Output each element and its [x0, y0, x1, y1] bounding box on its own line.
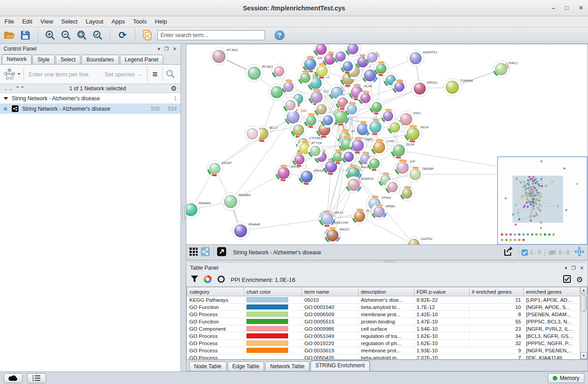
save-session-icon[interactable] [19, 29, 31, 41]
splitter-handle[interactable] [182, 205, 185, 221]
open-session-icon[interactable] [4, 29, 15, 41]
table-header-row[interactable]: categorychart color term namedescription… [187, 287, 580, 296]
tab-legend-panel[interactable]: Legend Panel [120, 55, 163, 64]
scroll-down-icon[interactable]: ▼ [580, 352, 587, 359]
search-input[interactable] [157, 30, 265, 40]
network-node[interactable] [304, 113, 319, 128]
network-node[interactable]: BACE2 [324, 227, 350, 244]
network-node[interactable] [400, 186, 415, 201]
table-row[interactable]: KEGG Pathways05010Alzheimer's dise...8.8… [187, 296, 580, 304]
network-node[interactable]: DLG4 [391, 142, 414, 159]
menu-select[interactable]: Select [61, 18, 77, 25]
network-node[interactable]: ADAMTS2 [408, 50, 437, 67]
birdseye-toggle-icon[interactable] [201, 247, 210, 258]
pan-compass-icon[interactable] [574, 246, 585, 259]
collapse-all-icon[interactable]: ⌃⌃ [15, 85, 24, 92]
network-node[interactable]: MT-ND1 [246, 65, 274, 82]
tab-select[interactable]: Select [56, 55, 81, 64]
enrichment-chart-icon[interactable] [204, 275, 212, 285]
network-node[interactable]: PPP5C [275, 165, 300, 182]
minimize-button[interactable]: – [552, 5, 555, 11]
network-node[interactable] [388, 120, 403, 135]
enrichment-table[interactable]: categorychart color term namedescription… [186, 286, 580, 360]
select-columns-icon[interactable] [563, 275, 571, 284]
panel-splitter-vertical[interactable] [181, 44, 186, 371]
network-node[interactable] [281, 80, 296, 94]
table-row[interactable]: GO ComponentGO:0009986cell surface1.54E-… [187, 325, 580, 332]
network-settings-gear-icon[interactable]: ⚙ [171, 84, 177, 93]
collapse-caret-icon[interactable] [4, 97, 8, 100]
birdseye-view[interactable] [498, 157, 587, 244]
export-network-icon[interactable] [503, 247, 519, 258]
menu-view[interactable]: View [40, 18, 53, 25]
network-node[interactable] [341, 150, 356, 164]
string-query-input[interactable]: Enter one term per line. Set species → [24, 71, 147, 78]
table-row[interactable]: GO ProcessGO:0019220regulation of ph...1… [187, 340, 580, 347]
network-canvas[interactable]: MT-ND2MT-ND1VSNL1ADAMTS2PVRL2TOMM40SMUG1… [186, 44, 588, 244]
open-in-new-icon[interactable] [217, 247, 227, 258]
zoom-fit-icon[interactable] [76, 29, 88, 41]
task-list-button[interactable] [27, 373, 46, 383]
memory-button[interactable]: Memory [548, 373, 584, 383]
network-row-selected[interactable]: String Network - Alzheimer's disease 100… [0, 103, 180, 114]
string-options-icon[interactable]: ≡ [147, 66, 162, 82]
network-node[interactable] [245, 126, 261, 142]
menu-layout[interactable]: Layout [85, 18, 103, 25]
network-node[interactable]: SMUG1 [412, 80, 438, 97]
cloud-tasks-button[interactable] [4, 373, 23, 383]
network-node[interactable]: RELN [404, 125, 429, 143]
splitter-handle[interactable] [384, 261, 395, 262]
tab-network[interactable]: Network [2, 54, 32, 64]
table-row[interactable]: GO FunctionGO:0001540beta-amyloid bi...1… [187, 304, 580, 311]
close-button[interactable]: ✕ [579, 5, 583, 11]
table-row[interactable]: GO ProcessGO:0033619membrane prot...1.93… [187, 347, 580, 354]
network-node[interactable]: TOMM40 [444, 79, 473, 96]
expand-all-icon[interactable]: ⌄⌄ [4, 85, 13, 92]
ring-chart-icon[interactable] [217, 275, 225, 285]
panel-menu-icon[interactable]: ▾ [564, 265, 567, 271]
table-row[interactable]: GO ProcessGO:0006509membrane prot...1.42… [187, 311, 580, 318]
panel-close-icon[interactable]: ✕ [173, 46, 177, 52]
table-scrollbar[interactable]: ▲ ▼ [580, 286, 588, 360]
network-node[interactable]: MS4A4E [232, 222, 261, 240]
table-row[interactable]: GO ProcessGO:0050435beta-amyloid m...2.0… [187, 354, 580, 360]
scroll-thumb[interactable] [581, 295, 587, 312]
network-node[interactable]: ADAM10 [346, 177, 374, 193]
network-node[interactable]: MT-ND2 [210, 48, 238, 66]
network-node[interactable] [345, 102, 360, 117]
network-node[interactable]: CD2AP [207, 161, 232, 177]
menu-file[interactable]: File [5, 18, 14, 25]
table-settings-gear-icon[interactable]: ⚙ [576, 275, 583, 285]
tab-boundaries[interactable]: Boundaries [81, 55, 119, 64]
table-row[interactable]: GO FunctionGO:0005515protein binding1.47… [187, 318, 580, 325]
zoom-out-icon[interactable] [60, 29, 72, 41]
panel-float-icon[interactable]: ❐ [164, 46, 169, 52]
network-graph[interactable]: MT-ND2MT-ND1VSNL1ADAMTS2PVRL2TOMM40SMUG1… [186, 44, 588, 244]
network-node[interactable]: MS4A4A [186, 201, 211, 219]
panel-float-icon[interactable]: ❐ [571, 265, 576, 271]
network-node[interactable]: CTSD [371, 139, 394, 156]
zoom-in-icon[interactable] [44, 29, 56, 41]
network-node[interactable]: MS4A6A [222, 193, 251, 211]
maximize-button[interactable]: □ [565, 5, 569, 11]
network-node[interactable] [392, 80, 407, 94]
tab-network-table[interactable]: Network Table [265, 361, 309, 371]
network-node[interactable]: APBB1 [371, 204, 396, 220]
network-node[interactable]: APH1A [299, 169, 324, 185]
tab-node-table[interactable]: Node Table [189, 361, 227, 371]
network-node[interactable] [283, 98, 298, 113]
network-node[interactable] [385, 180, 400, 195]
zoom-selected-icon[interactable] [92, 29, 104, 41]
tab-edge-table[interactable]: Edge Table [228, 361, 265, 371]
network-node[interactable] [292, 152, 307, 167]
menu-apps[interactable]: Apps [112, 18, 125, 25]
tab-string-enrichment[interactable]: STRING Enrichment [310, 361, 370, 371]
network-collection-row[interactable]: String Network - Alzheimer's disease 1 [0, 93, 180, 103]
refresh-icon[interactable]: ⟳ [117, 29, 128, 41]
set-species-hint[interactable]: Set species → [104, 71, 147, 78]
string-search-icon[interactable] [162, 66, 178, 82]
network-node[interactable] [308, 144, 323, 159]
filter-icon[interactable] [191, 276, 198, 284]
network-node[interactable] [272, 64, 287, 79]
menu-tools[interactable]: Tools [133, 18, 147, 25]
